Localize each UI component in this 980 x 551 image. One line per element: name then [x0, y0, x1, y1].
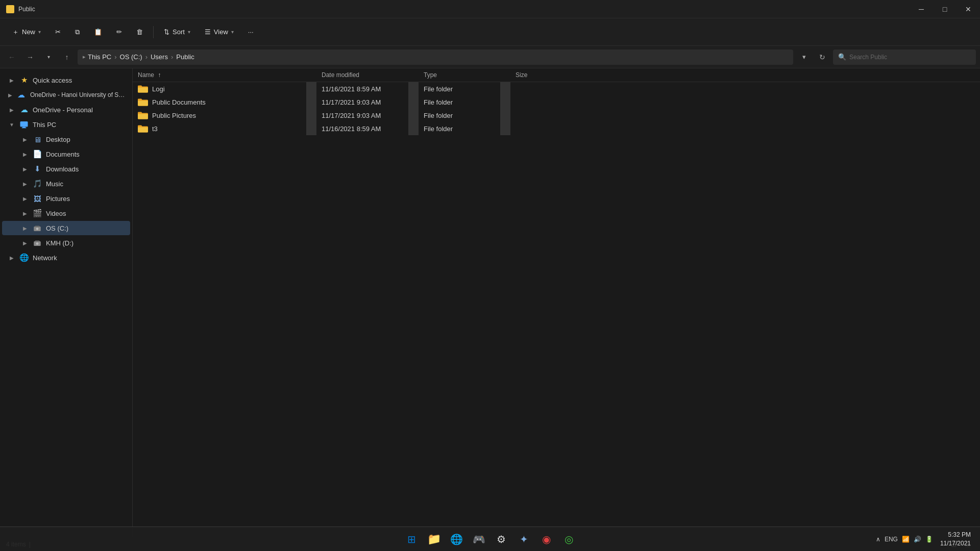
col-header-size[interactable]: Size — [510, 68, 572, 82]
new-label: New — [22, 28, 35, 36]
forward-button[interactable]: → — [22, 49, 38, 65]
taskbar-clock[interactable]: 5:32 PM 11/17/2021 — [937, 529, 974, 550]
taskbar-settings-icon[interactable]: ⚙ — [491, 529, 511, 549]
downloads-chevron: ▶ — [21, 166, 29, 172]
maximize-button[interactable]: □ — [933, 0, 957, 18]
sidebar-item-this-pc[interactable]: ▼ This PC — [2, 117, 130, 132]
table-row[interactable]: Public Pictures 11/17/2021 9:03 AM File … — [133, 109, 980, 122]
paste-button[interactable]: 📋 — [88, 25, 108, 39]
rename-button[interactable]: ✏ — [110, 25, 128, 39]
documents-icon: 📄 — [33, 149, 42, 159]
svg-rect-2 — [22, 128, 27, 128]
taskbar-app1-icon[interactable]: 🎮 — [469, 529, 489, 549]
this-pc-icon — [19, 120, 29, 129]
close-button[interactable]: ✕ — [957, 0, 980, 18]
sidebar-item-os-c[interactable]: ▶ OS (C:) — [2, 221, 130, 235]
videos-chevron: ▶ — [21, 211, 29, 216]
quick-access-chevron: ▶ — [8, 78, 15, 83]
systray-up-arrow[interactable]: ∧ — [876, 536, 880, 543]
sort-button[interactable]: ⇅ Sort ▾ — [158, 25, 197, 39]
sidebar-item-kmh-d[interactable]: ▶ KMH (D:) — [2, 236, 130, 250]
music-icon: 🎵 — [33, 179, 42, 188]
desktop-label: Desktop — [46, 136, 70, 143]
view-button[interactable]: ☰ View ▾ — [199, 25, 240, 39]
view-label: View — [214, 28, 228, 36]
table-row[interactable]: Public Documents 11/17/2021 9:03 AM File… — [133, 95, 980, 109]
toolbar: ＋ New ▾ ✂ ⧉ 📋 ✏ 🗑 ⇅ Sort ▾ ☰ View ▾ ··· — [0, 18, 980, 46]
copy-icon: ⧉ — [75, 28, 80, 36]
onedrive-hanoi-chevron: ▶ — [8, 92, 13, 98]
taskbar-app2-icon[interactable]: ✦ — [513, 529, 534, 549]
file-name: Public Documents — [152, 98, 206, 106]
delete-button[interactable]: 🗑 — [130, 25, 149, 39]
kmh-d-icon — [33, 238, 42, 247]
window-title: Public — [18, 6, 35, 13]
svg-rect-10 — [35, 241, 40, 242]
kmh-d-label: KMH (D:) — [46, 239, 74, 247]
sidebar-item-quick-access[interactable]: ▶ ★ Quick access — [2, 73, 130, 87]
title-folder-icon — [6, 5, 14, 13]
sidebar-item-videos[interactable]: ▶ 🎬 Videos — [2, 206, 130, 220]
path-this-pc[interactable]: This PC — [88, 53, 111, 61]
more-button[interactable]: ··· — [242, 25, 260, 39]
up-button[interactable]: ↑ — [59, 49, 75, 65]
file-date: 11/16/2021 8:59 AM — [316, 82, 408, 96]
new-button[interactable]: ＋ New ▾ — [6, 24, 47, 40]
file-name: t3 — [152, 125, 158, 133]
path-dropdown-button[interactable]: ▾ — [796, 49, 812, 65]
onedrive-hanoi-label: OneDrive - Hanoi University of Science a… — [30, 91, 126, 98]
sidebar-item-onedrive-hanoi[interactable]: ▶ ☁ OneDrive - Hanoi University of Scien… — [2, 88, 130, 102]
sidebar-item-desktop[interactable]: ▶ 🖥 Desktop — [2, 132, 130, 146]
quick-access-icon: ★ — [19, 76, 29, 85]
sidebar-item-network[interactable]: ▶ 🌐 Network — [2, 251, 130, 265]
title-bar: Public ─ □ ✕ — [0, 0, 980, 18]
col-header-date[interactable]: Date modified — [316, 68, 408, 82]
sidebar-item-music[interactable]: ▶ 🎵 Music — [2, 177, 130, 191]
address-bar: ← → ▾ ↑ ▸ This PC › OS (C:) › Users › Pu… — [0, 46, 980, 68]
sidebar-item-onedrive-personal[interactable]: ▶ ☁ OneDrive - Personal — [2, 103, 130, 117]
desktop-icon: 🖥 — [33, 135, 42, 144]
network-chevron: ▶ — [8, 255, 15, 261]
path-users[interactable]: Users — [151, 53, 168, 61]
taskbar-windows-button[interactable]: ⊞ — [401, 529, 422, 549]
systray-lang[interactable]: ENG — [885, 536, 898, 543]
refresh-button[interactable]: ↻ — [815, 49, 830, 65]
sidebar-item-pictures[interactable]: ▶ 🖼 Pictures — [2, 191, 130, 206]
recent-locations-button[interactable]: ▾ — [41, 49, 56, 65]
path-public[interactable]: Public — [176, 53, 194, 61]
taskbar-explorer-icon[interactable]: 📁 — [424, 529, 444, 549]
file-table: Name ↑ Date modified Type Size — [133, 68, 980, 135]
taskbar-edge-icon[interactable]: 🌐 — [446, 529, 467, 549]
file-name: Public Pictures — [152, 112, 196, 119]
search-icon: 🔍 — [838, 53, 846, 61]
taskbar-app3-icon[interactable]: ◉ — [536, 529, 556, 549]
pictures-chevron: ▶ — [21, 196, 29, 202]
path-sep-2: › — [145, 53, 148, 61]
address-path[interactable]: ▸ This PC › OS (C:) › Users › Public — [78, 49, 793, 65]
os-c-label: OS (C:) — [46, 224, 68, 232]
svg-rect-0 — [20, 121, 28, 127]
cut-button[interactable]: ✂ — [49, 25, 67, 39]
minimize-button[interactable]: ─ — [910, 0, 933, 18]
table-row[interactable]: Logi 11/16/2021 8:59 AM File folder — [133, 82, 980, 96]
col-resize-1 — [306, 68, 316, 82]
new-chevron: ▾ — [38, 29, 41, 35]
sidebar-item-downloads[interactable]: ▶ ⬇ Downloads — [2, 162, 130, 176]
path-os-c[interactable]: OS (C:) — [120, 53, 142, 61]
path-root-icon: ▸ — [83, 54, 86, 60]
search-box[interactable]: 🔍 Search Public — [833, 49, 976, 65]
col-header-type[interactable]: Type — [419, 68, 500, 82]
col-header-name[interactable]: Name ↑ — [133, 68, 306, 82]
copy-button[interactable]: ⧉ — [69, 25, 86, 39]
taskbar-app4-icon[interactable]: ◎ — [558, 529, 579, 549]
table-row[interactable]: t3 11/16/2021 8:59 AM File folder — [133, 122, 980, 135]
os-c-icon — [33, 223, 42, 233]
taskbar-center: ⊞ 📁 🌐 🎮 ⚙ ✦ ◉ ◎ — [401, 529, 579, 549]
sort-arrow: ↑ — [158, 71, 161, 79]
network-label: Network — [33, 254, 57, 262]
sidebar-item-documents[interactable]: ▶ 📄 Documents — [2, 147, 130, 161]
sort-icon: ⇅ — [164, 28, 169, 36]
this-pc-label: This PC — [33, 121, 56, 129]
back-button[interactable]: ← — [4, 49, 19, 65]
documents-chevron: ▶ — [21, 152, 29, 157]
